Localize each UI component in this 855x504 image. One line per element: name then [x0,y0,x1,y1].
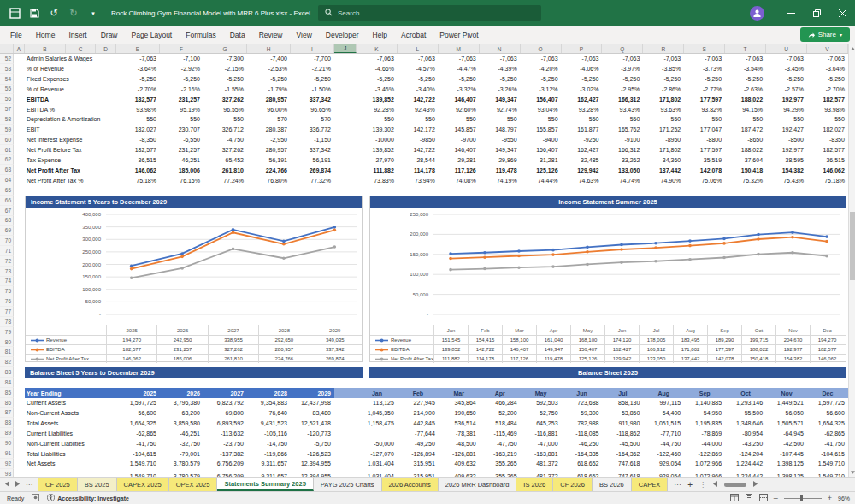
cell[interactable]: -164,335 [562,448,603,459]
cell[interactable]: -2.77% [684,85,725,95]
cell[interactable]: -124,204 [725,448,766,459]
cell[interactable]: -7,100 [160,54,203,64]
cell[interactable]: 6,756,209 [203,469,247,477]
cell[interactable] [334,408,357,419]
cell[interactable]: -7,063 [684,54,725,64]
row-header-74[interactable]: 74 [0,277,14,287]
cell[interactable]: 185,006 [160,165,203,175]
cell[interactable]: -56,191 [291,155,334,165]
cell[interactable]: -41,750 [807,438,848,448]
cell[interactable]: -44,000 [684,438,725,448]
chart-income-statement-5-years[interactable]: Income Statement 5 Years to December 202… [25,196,363,362]
cell[interactable]: -49,250 [398,438,439,448]
cell[interactable]: 280,387 [247,125,291,135]
cell[interactable]: -7,063 [643,54,684,64]
cell[interactable]: 137,442 [643,165,684,175]
cell[interactable]: 133,050 [602,165,643,175]
row-label[interactable]: Net Profit Before Tax [14,145,116,155]
cell[interactable]: 481,372 [521,459,562,469]
cell[interactable]: -33,262 [602,155,643,165]
row-header-58[interactable]: 58 [0,114,14,125]
undo-icon[interactable]: ↺ [48,7,60,19]
ribbon-tab-developer[interactable]: Developer [319,26,366,44]
cell[interactable]: 190,650 [439,408,480,419]
new-sheet-button[interactable]: + [687,480,693,489]
cell[interactable]: -34,360 [643,155,684,165]
cell[interactable] [334,175,357,185]
row-header-91[interactable]: 91 [0,448,14,459]
cell[interactable]: 142,078 [684,165,725,175]
cell[interactable]: 129,942 [562,165,603,175]
cell[interactable]: 192,977 [766,145,807,155]
cell[interactable]: 345,864 [439,398,480,408]
customize-toolbar-icon[interactable]: ▾ [87,7,99,19]
cell[interactable]: 139,852 [357,145,398,155]
cell[interactable]: -5,250 [807,74,848,85]
cell[interactable]: 161,877 [562,125,603,135]
cell[interactable]: -5,250 [439,74,480,85]
cell[interactable]: -550 [562,114,603,125]
redo-icon[interactable]: ↻ [68,7,80,19]
cell[interactable]: 74.90% [643,175,684,185]
row-header-67[interactable]: 67 [0,206,14,216]
cell[interactable]: -7,063 [766,54,807,64]
cell[interactable]: -14,750 [247,438,291,448]
cell[interactable]: 162,427 [562,145,603,155]
cell[interactable]: 9,431,523 [247,419,291,429]
cell[interactable]: 73.94% [398,175,439,185]
cell[interactable]: -64,945 [766,429,807,439]
row-label[interactable]: Net Interest Expense [14,135,116,145]
cell[interactable] [334,165,357,175]
cell[interactable]: 1,224,442 [725,469,766,477]
row-header-56[interactable]: 56 [0,94,14,104]
cell[interactable]: -550 [439,114,480,125]
cell[interactable]: -50,000 [357,438,398,448]
cell[interactable]: 269,874 [291,165,334,175]
ribbon-tab-power-pivot[interactable]: Power Pivot [433,26,485,44]
sheet-tab-2026-mrr-dashboard[interactable]: 2026 MRR Dashboard [439,478,517,491]
cell[interactable]: 9,311,657 [247,459,291,469]
cell[interactable] [334,54,357,64]
cell[interactable] [334,104,357,114]
cell[interactable]: 336,772 [291,125,334,135]
cell[interactable]: -1.79% [247,85,291,95]
cell[interactable]: -80,954 [725,429,766,439]
cell[interactable]: -62,865 [807,429,848,439]
cell[interactable]: 6,893,592 [203,419,247,429]
cell[interactable]: 156,407 [521,94,562,104]
page-layout-view-button[interactable] [745,494,753,502]
row-header-64[interactable]: 64 [0,175,14,185]
cell[interactable]: 231,257 [160,145,203,155]
cell[interactable]: 9,311,657 [247,469,291,477]
cell[interactable]: -3.32% [439,85,480,95]
sheet-nav-right-icon[interactable] [15,481,20,489]
row-header-66[interactable]: 66 [0,196,14,206]
cell[interactable]: -126,523 [291,448,334,459]
cell[interactable]: 1,140,885 [684,398,725,408]
cell[interactable]: 75.18% [116,175,160,185]
sheet-tab-payg-2025-charts[interactable]: PAYG 2025 Charts [314,478,382,491]
cell[interactable] [334,74,357,85]
cell[interactable]: 929,054 [643,469,684,477]
chart-income-statement-2025[interactable]: Income Statement Summer 2025250,000200,0… [369,196,846,362]
row-header-86[interactable]: 86 [0,398,14,408]
cell[interactable]: -550 [602,114,643,125]
sheet-tab-statements-summary-2025[interactable]: Statements Summary 2025 [217,478,313,491]
cell[interactable]: 75.43% [766,175,807,185]
cell[interactable]: -2.63% [725,85,766,95]
cell[interactable]: 75.18% [807,175,848,185]
cell[interactable]: -77,710 [643,429,684,439]
row-header-81[interactable]: 81 [0,347,14,357]
cell[interactable]: -7,400 [247,54,291,64]
row-header-60[interactable]: 60 [0,135,14,145]
cell[interactable]: 747,618 [602,459,643,469]
cell[interactable] [334,125,357,135]
scroll-down-icon[interactable] [849,468,855,477]
sheet-tab-bs-2025[interactable]: BS 2025 [78,478,117,491]
cell[interactable]: -78,381 [439,429,480,439]
cell[interactable]: -570 [247,114,291,125]
cell[interactable]: 56,050 [766,408,807,419]
cell[interactable]: -7,063 [562,54,603,64]
cell[interactable]: -550 [203,114,247,125]
tab-splitter-icon[interactable]: ⋮ [699,481,706,489]
